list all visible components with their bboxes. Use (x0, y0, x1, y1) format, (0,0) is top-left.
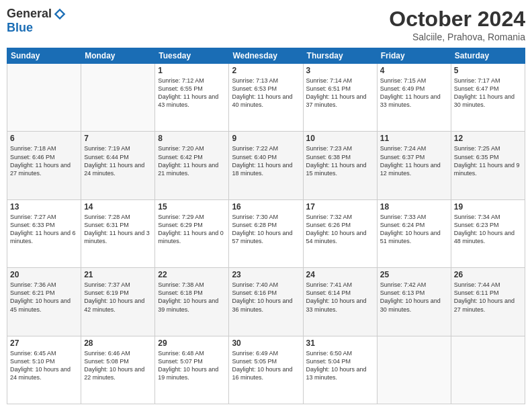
day-number: 24 (306, 270, 374, 279)
calendar-cell: 30Sunrise: 6:49 AM Sunset: 5:05 PM Dayli… (229, 336, 303, 404)
calendar-cell: 10Sunrise: 7:23 AM Sunset: 6:38 PM Dayli… (303, 132, 377, 199)
day-number: 21 (84, 270, 152, 279)
calendar-cell: 31Sunrise: 6:50 AM Sunset: 5:04 PM Dayli… (303, 336, 377, 404)
calendar-cell: 6Sunrise: 7:18 AM Sunset: 6:46 PM Daylig… (7, 132, 81, 199)
weekday-header-thursday: Thursday (303, 48, 377, 64)
calendar-cell: 13Sunrise: 7:27 AM Sunset: 6:33 PM Dayli… (7, 199, 81, 267)
day-info: Sunrise: 7:15 AM Sunset: 6:49 PM Dayligh… (380, 77, 448, 109)
day-info: Sunrise: 7:23 AM Sunset: 6:38 PM Dayligh… (306, 144, 374, 177)
day-number: 15 (158, 202, 226, 212)
day-number: 6 (10, 134, 78, 143)
day-info: Sunrise: 6:50 AM Sunset: 5:04 PM Dayligh… (306, 349, 374, 382)
day-info: Sunrise: 7:34 AM Sunset: 6:23 PM Dayligh… (454, 213, 522, 246)
day-number: 9 (232, 134, 300, 143)
calendar-cell: 15Sunrise: 7:29 AM Sunset: 6:29 PM Dayli… (155, 199, 229, 267)
day-number: 4 (380, 66, 448, 75)
calendar-cell (451, 336, 525, 404)
calendar-cell: 26Sunrise: 7:44 AM Sunset: 6:11 PM Dayli… (451, 268, 525, 336)
day-info: Sunrise: 7:28 AM Sunset: 6:31 PM Dayligh… (84, 213, 152, 246)
day-info: Sunrise: 6:45 AM Sunset: 5:10 PM Dayligh… (10, 349, 78, 382)
calendar-cell: 3Sunrise: 7:14 AM Sunset: 6:51 PM Daylig… (303, 64, 377, 132)
day-info: Sunrise: 7:29 AM Sunset: 6:29 PM Dayligh… (158, 213, 226, 246)
day-info: Sunrise: 6:48 AM Sunset: 5:07 PM Dayligh… (158, 349, 226, 382)
day-info: Sunrise: 6:49 AM Sunset: 5:05 PM Dayligh… (232, 349, 300, 382)
calendar-week-row: 27Sunrise: 6:45 AM Sunset: 5:10 PM Dayli… (7, 336, 525, 404)
day-info: Sunrise: 7:27 AM Sunset: 6:33 PM Dayligh… (10, 213, 78, 246)
calendar-cell: 19Sunrise: 7:34 AM Sunset: 6:23 PM Dayli… (451, 199, 525, 267)
weekday-header-monday: Monday (81, 48, 155, 64)
weekday-header-wednesday: Wednesday (229, 48, 303, 64)
calendar-cell: 7Sunrise: 7:19 AM Sunset: 6:44 PM Daylig… (81, 132, 155, 199)
month-title: October 2024 (389, 7, 525, 32)
day-info: Sunrise: 7:33 AM Sunset: 6:24 PM Dayligh… (380, 213, 448, 246)
day-info: Sunrise: 7:17 AM Sunset: 6:47 PM Dayligh… (454, 77, 522, 109)
day-info: Sunrise: 7:42 AM Sunset: 6:13 PM Dayligh… (380, 281, 448, 314)
day-number: 26 (454, 270, 522, 279)
day-number: 27 (10, 338, 78, 348)
calendar-cell: 22Sunrise: 7:38 AM Sunset: 6:18 PM Dayli… (155, 268, 229, 336)
calendar-cell: 12Sunrise: 7:25 AM Sunset: 6:35 PM Dayli… (451, 132, 525, 199)
day-number: 16 (232, 202, 300, 212)
day-info: Sunrise: 7:40 AM Sunset: 6:16 PM Dayligh… (232, 281, 300, 314)
day-info: Sunrise: 7:24 AM Sunset: 6:37 PM Dayligh… (380, 144, 448, 177)
day-info: Sunrise: 7:32 AM Sunset: 6:26 PM Dayligh… (306, 213, 374, 246)
day-info: Sunrise: 7:14 AM Sunset: 6:51 PM Dayligh… (306, 77, 374, 109)
calendar-cell: 24Sunrise: 7:41 AM Sunset: 6:14 PM Dayli… (303, 268, 377, 336)
day-info: Sunrise: 6:46 AM Sunset: 5:08 PM Dayligh… (84, 349, 152, 382)
weekday-header-saturday: Saturday (451, 48, 525, 64)
calendar-cell: 17Sunrise: 7:32 AM Sunset: 6:26 PM Dayli… (303, 199, 377, 267)
day-number: 2 (232, 66, 300, 75)
day-info: Sunrise: 7:38 AM Sunset: 6:18 PM Dayligh… (158, 281, 226, 314)
day-number: 23 (232, 270, 300, 279)
calendar-cell: 28Sunrise: 6:46 AM Sunset: 5:08 PM Dayli… (81, 336, 155, 404)
day-info: Sunrise: 7:30 AM Sunset: 6:28 PM Dayligh… (232, 213, 300, 246)
weekday-header-friday: Friday (377, 48, 451, 64)
calendar-table: SundayMondayTuesdayWednesdayThursdayFrid… (7, 48, 525, 404)
calendar-cell: 9Sunrise: 7:22 AM Sunset: 6:40 PM Daylig… (229, 132, 303, 199)
calendar-cell: 2Sunrise: 7:13 AM Sunset: 6:53 PM Daylig… (229, 64, 303, 132)
day-info: Sunrise: 7:22 AM Sunset: 6:40 PM Dayligh… (232, 144, 300, 177)
calendar-cell (377, 336, 451, 404)
day-info: Sunrise: 7:19 AM Sunset: 6:44 PM Dayligh… (84, 144, 152, 177)
day-info: Sunrise: 7:41 AM Sunset: 6:14 PM Dayligh… (306, 281, 374, 314)
day-number: 28 (84, 338, 152, 348)
calendar-cell: 5Sunrise: 7:17 AM Sunset: 6:47 PM Daylig… (451, 64, 525, 132)
day-number: 29 (158, 338, 226, 348)
day-number: 19 (454, 202, 522, 212)
day-number: 12 (454, 134, 522, 143)
calendar-week-row: 13Sunrise: 7:27 AM Sunset: 6:33 PM Dayli… (7, 199, 525, 267)
calendar-cell: 1Sunrise: 7:12 AM Sunset: 6:55 PM Daylig… (155, 64, 229, 132)
location-subtitle: Salciile, Prahova, Romania (389, 32, 525, 42)
day-number: 30 (232, 338, 300, 348)
day-number: 10 (306, 134, 374, 143)
day-number: 18 (380, 202, 448, 212)
logo: General Blue (7, 7, 66, 35)
weekday-header-row: SundayMondayTuesdayWednesdayThursdayFrid… (7, 48, 525, 64)
logo-general-text: General (7, 7, 52, 21)
day-info: Sunrise: 7:18 AM Sunset: 6:46 PM Dayligh… (10, 144, 78, 177)
day-number: 8 (158, 134, 226, 143)
calendar-cell: 21Sunrise: 7:37 AM Sunset: 6:19 PM Dayli… (81, 268, 155, 336)
day-number: 13 (10, 202, 78, 212)
calendar-cell: 25Sunrise: 7:42 AM Sunset: 6:13 PM Dayli… (377, 268, 451, 336)
day-info: Sunrise: 7:44 AM Sunset: 6:11 PM Dayligh… (454, 281, 522, 314)
header: General Blue October 2024 Salciile, Prah… (7, 7, 525, 42)
page: General Blue October 2024 Salciile, Prah… (0, 0, 532, 411)
logo-icon (53, 7, 66, 21)
day-number: 7 (84, 134, 152, 143)
day-number: 25 (380, 270, 448, 279)
weekday-header-tuesday: Tuesday (155, 48, 229, 64)
day-info: Sunrise: 7:13 AM Sunset: 6:53 PM Dayligh… (232, 77, 300, 109)
title-section: October 2024 Salciile, Prahova, Romania (389, 7, 525, 42)
day-info: Sunrise: 7:36 AM Sunset: 6:21 PM Dayligh… (10, 281, 78, 314)
logo-blue-text: Blue (7, 21, 33, 35)
day-number: 31 (306, 338, 374, 348)
calendar-cell: 18Sunrise: 7:33 AM Sunset: 6:24 PM Dayli… (377, 199, 451, 267)
day-number: 11 (380, 134, 448, 143)
calendar-cell: 11Sunrise: 7:24 AM Sunset: 6:37 PM Dayli… (377, 132, 451, 199)
calendar-cell (81, 64, 155, 132)
calendar-week-row: 20Sunrise: 7:36 AM Sunset: 6:21 PM Dayli… (7, 268, 525, 336)
day-info: Sunrise: 7:20 AM Sunset: 6:42 PM Dayligh… (158, 144, 226, 177)
day-number: 14 (84, 202, 152, 212)
day-info: Sunrise: 7:37 AM Sunset: 6:19 PM Dayligh… (84, 281, 152, 314)
